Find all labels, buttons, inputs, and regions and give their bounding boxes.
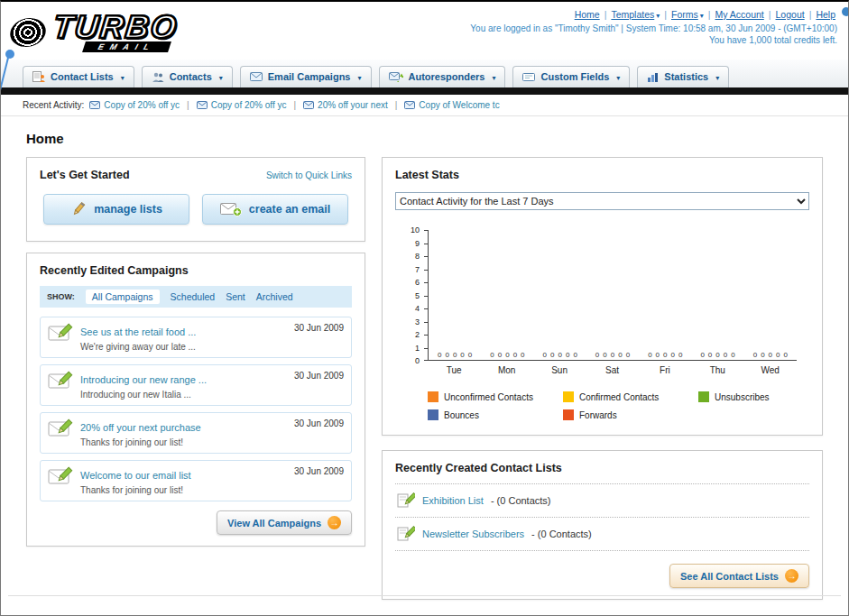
campaign-date: 30 Jun 2009 (294, 371, 344, 381)
bar-value: 0 (566, 351, 569, 359)
bar-value: 0 (550, 351, 554, 359)
top-link-templates[interactable]: Templates (611, 9, 660, 20)
y-axis-label: 3 (403, 317, 420, 326)
campaign-date: 30 Jun 2009 (294, 323, 344, 333)
filter-sent[interactable]: Sent (226, 291, 245, 302)
legend-item: Forwards (563, 409, 698, 420)
y-axis-tick (424, 360, 429, 361)
tab-statistics[interactable]: Statistics (637, 66, 729, 87)
create-email-button[interactable]: create an email (202, 194, 348, 225)
campaign-row[interactable]: See us at the retail food ... We're givi… (40, 317, 352, 358)
campaign-title-link[interactable]: 20% off your next purchase (80, 422, 201, 433)
bar-value: 0 (438, 351, 441, 359)
y-axis-tick (424, 296, 429, 297)
top-link-logout[interactable]: Logout (776, 9, 805, 20)
main-nav: Contact Lists Contacts Email Campaigns A… (1, 60, 848, 87)
campaign-row[interactable]: Welcome to our email list Thanks for joi… (40, 460, 352, 501)
top-link-help[interactable]: Help (816, 9, 835, 20)
bar-value: 0 (769, 351, 772, 359)
contact-activity-chart: 0123456789100000000000000000000000000000… (395, 230, 809, 420)
bar-value: 0 (678, 351, 682, 359)
filter-all-campaigns[interactable]: All Campaigns (86, 290, 160, 304)
contact-list-item[interactable]: Exhibition List - (0 Contacts) (395, 484, 809, 518)
page-title: Home (26, 131, 823, 146)
edit-campaign-icon (48, 323, 73, 343)
chart-legend: Unconfirmed ContactsConfirmed ContactsUn… (428, 391, 806, 420)
legend-swatch (563, 391, 574, 402)
logo-swoosh-icon (7, 14, 49, 51)
edit-campaign-icon (48, 418, 73, 438)
y-axis-tick (424, 308, 429, 309)
y-axis-label: 10 (403, 225, 420, 234)
tab-email-campaigns[interactable]: Email Campaigns (240, 66, 372, 87)
contact-list-count: - (0 Contacts) (491, 495, 551, 506)
separator (807, 9, 815, 20)
contact-list-link[interactable]: Newsletter Subscribers (422, 529, 524, 539)
x-axis-label: Sun (533, 365, 586, 375)
recent-activity-item[interactable]: Copy of 20% off yc (197, 100, 287, 110)
pencil-icon (70, 201, 87, 217)
top-link-forms[interactable]: Forms (671, 9, 704, 20)
legend-swatch (698, 391, 709, 402)
legend-item: Bounces (428, 409, 563, 420)
tab-autoresponders[interactable]: Autoresponders (379, 66, 506, 87)
x-axis-label: Thu (691, 365, 743, 375)
chevron-down-icon (217, 71, 223, 82)
top-link-my-account[interactable]: My Account (715, 9, 764, 20)
custom-fields-icon (522, 72, 535, 82)
y-axis-tick (424, 256, 429, 257)
view-all-campaigns-button[interactable]: View All Campaigns → (217, 510, 352, 535)
tab-contacts[interactable]: Contacts (142, 66, 233, 87)
recent-activity-item[interactable]: Copy of Welcome tc (404, 100, 499, 110)
bar-value: 0 (611, 351, 614, 359)
bar-value: 0 (731, 351, 734, 359)
contact-list-link[interactable]: Exhibition List (422, 495, 484, 506)
latest-stats-panel: Latest Stats Contact Activity for the La… (382, 157, 823, 436)
bar-value-group: 00000 (429, 351, 481, 359)
filter-scheduled[interactable]: Scheduled (171, 291, 216, 302)
campaign-row[interactable]: 20% off your next purchase Thanks for jo… (40, 412, 352, 454)
bar-value: 0 (498, 351, 502, 359)
legend-item: Confirmed Contacts (563, 391, 698, 402)
logo-text: TURBO EMAIL (53, 13, 178, 52)
campaign-subtitle: Thanks for joining our list! (80, 485, 287, 495)
campaign-subtitle: Introducing our new Italia ... (80, 390, 287, 400)
email-campaigns-icon (250, 72, 263, 81)
stats-period-select[interactable]: Contact Activity for the Last 7 Days (395, 192, 809, 210)
bar-value: 0 (656, 351, 660, 359)
contact-list-item[interactable]: Newsletter Subscribers - (0 Contacts) (395, 518, 809, 551)
header-nav: HomeTemplatesFormsMy AccountLogoutHelp (470, 9, 837, 20)
get-started-panel: Let's Get Started Switch to Quick Links … (26, 157, 365, 242)
campaign-title-link[interactable]: Introducing our new range ... (80, 374, 207, 385)
x-axis-label: Mon (480, 365, 532, 375)
bar-value-group: 00000 (639, 351, 691, 359)
manage-lists-button[interactable]: manage lists (43, 194, 189, 225)
arrow-right-icon: → (328, 516, 341, 529)
recent-activity-item[interactable]: Copy of 20% off yc (89, 100, 180, 110)
bar-value: 0 (490, 351, 494, 359)
tab-custom-fields[interactable]: Custom Fields (512, 66, 630, 87)
filter-archived[interactable]: Archived (256, 291, 293, 302)
contact-lists-panel-title: Recently Created Contact Lists (395, 462, 809, 484)
campaign-title-link[interactable]: See us at the retail food ... (80, 326, 196, 337)
bar-value: 0 (543, 351, 547, 359)
top-link-home[interactable]: Home (575, 9, 600, 20)
switch-quick-links-link[interactable]: Switch to Quick Links (266, 170, 352, 180)
separator (393, 100, 400, 110)
recently-edited-campaigns-panel: Recently Edited Campaigns SHOW: All Camp… (26, 253, 365, 547)
bar-value: 0 (648, 351, 651, 359)
chevron-down-icon (355, 71, 361, 82)
contacts-icon (152, 71, 164, 82)
y-axis-tick (424, 282, 429, 283)
y-axis-tick (424, 270, 429, 271)
edit-list-icon (397, 492, 415, 509)
recent-activity-item[interactable]: 20% off your next (303, 100, 388, 110)
chart-plot-area: 0123456789100000000000000000000000000000… (428, 230, 797, 361)
campaign-title-link[interactable]: Welcome to our email list (80, 470, 191, 481)
bar-value: 0 (670, 351, 674, 359)
campaign-row[interactable]: Introducing our new range ... Introducin… (40, 364, 352, 406)
see-all-contact-lists-button[interactable]: See All Contact Lists → (669, 564, 809, 588)
email-icon (404, 101, 415, 109)
get-started-title: Let's Get Started (40, 169, 130, 181)
tab-contact-lists[interactable]: Contact Lists (23, 66, 134, 87)
